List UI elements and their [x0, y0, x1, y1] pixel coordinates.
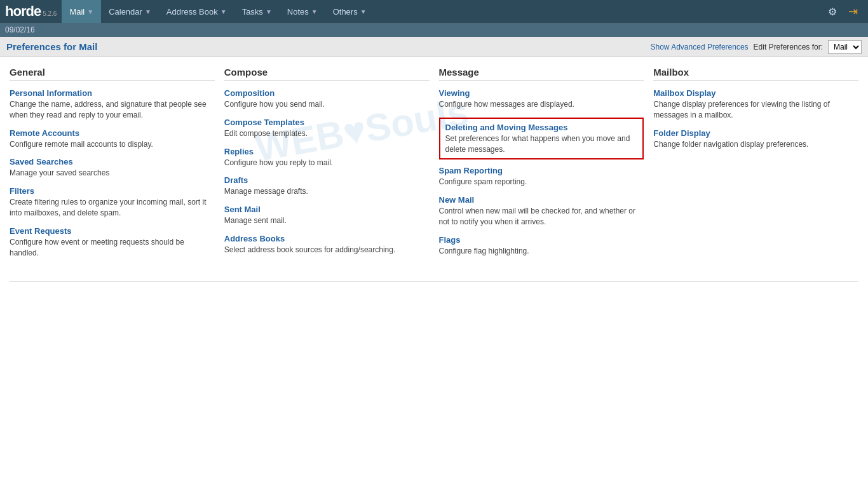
deleting-moving-section: Deleting and Moving Messages Set prefere…: [439, 118, 644, 160]
viewing-desc: Configure how messages are displayed.: [439, 99, 644, 110]
address-books-desc: Select address book sources for adding/s…: [224, 245, 430, 255]
spam-reporting-desc: Configure spam reporting.: [439, 177, 644, 187]
event-requests-desc: Configure how event or meeting requests …: [10, 237, 215, 259]
gear-icon[interactable]: ⚙: [822, 6, 843, 18]
general-header: General: [10, 67, 215, 81]
message-column: Message Viewing Configure how messages a…: [439, 67, 654, 275]
mailbox-column: Mailbox Mailbox Display Change display p…: [653, 67, 858, 275]
remote-accounts-link[interactable]: Remote Accounts: [10, 128, 215, 138]
nav-tasks-arrow: ▼: [266, 8, 272, 15]
columns: General Personal Information Change the …: [10, 67, 858, 275]
compose-column: Compose Composition Configure how you se…: [224, 67, 439, 275]
spam-reporting-link[interactable]: Spam Reporting: [439, 166, 644, 175]
datebar: 09/02/16: [0, 23, 868, 37]
sent-mail-desc: Manage sent mail.: [224, 215, 430, 226]
nav-calendar-arrow: ▼: [145, 8, 151, 15]
flags-link[interactable]: Flags: [439, 235, 644, 245]
personal-information-desc: Change the name, address, and signature …: [10, 99, 215, 121]
nav-notes-arrow: ▼: [311, 8, 318, 15]
logout-icon[interactable]: ⇥: [843, 4, 863, 18]
content-divider: [10, 281, 858, 282]
nav-tasks[interactable]: Tasks ▼: [234, 0, 280, 23]
edit-prefs-label: Edit Preferences for:: [754, 43, 823, 51]
compose-templates-desc: Edit compose templates.: [224, 128, 430, 139]
filters-desc: Create filtering rules to organize your …: [10, 197, 215, 219]
general-column: General Personal Information Change the …: [10, 67, 224, 275]
nav-notes[interactable]: Notes ▼: [280, 0, 325, 23]
nav-mail[interactable]: Mail ▼: [62, 0, 101, 23]
show-advanced-link[interactable]: Show Advanced Preferences: [651, 43, 749, 51]
nav-mail-arrow: ▼: [87, 8, 93, 15]
navbar: horde 5.2.6 Mail ▼ Calendar ▼ Address Bo…: [0, 0, 868, 23]
composition-link[interactable]: Composition: [224, 88, 430, 98]
sent-mail-link[interactable]: Sent Mail: [224, 205, 430, 214]
compose-templates-link[interactable]: Compose Templates: [224, 118, 430, 127]
deleting-moving-link[interactable]: Deleting and Moving Messages: [445, 123, 638, 132]
edit-prefs-select[interactable]: Mail: [828, 40, 862, 54]
mailbox-display-desc: Change display preferences for viewing t…: [653, 99, 858, 121]
main-content: WEB♥Souls General Personal Information C…: [0, 57, 868, 298]
new-mail-link[interactable]: New Mail: [439, 195, 644, 205]
replies-desc: Configure how you reply to mail.: [224, 158, 430, 168]
nav-others[interactable]: Others ▼: [325, 0, 374, 23]
pref-controls: Show Advanced Preferences Edit Preferenc…: [651, 40, 862, 54]
drafts-link[interactable]: Drafts: [224, 175, 430, 185]
new-mail-desc: Control when new mail will be checked fo…: [439, 206, 644, 227]
flags-desc: Configure flag highlighting.: [439, 246, 644, 257]
event-requests-link[interactable]: Event Requests: [10, 226, 215, 236]
personal-information-link[interactable]: Personal Information: [10, 88, 215, 98]
drafts-desc: Manage message drafts.: [224, 186, 430, 197]
nav-addressbook-arrow: ▼: [220, 8, 227, 15]
viewing-link[interactable]: Viewing: [439, 88, 644, 98]
logo-version: 5.2.6: [43, 10, 57, 17]
nav-calendar[interactable]: Calendar ▼: [101, 0, 159, 23]
message-header: Message: [439, 67, 644, 81]
replies-link[interactable]: Replies: [224, 147, 430, 156]
filters-link[interactable]: Filters: [10, 186, 215, 196]
folder-display-link[interactable]: Folder Display: [653, 128, 858, 138]
saved-searches-desc: Manage your saved searches: [10, 168, 215, 179]
compose-header: Compose: [224, 67, 430, 81]
nav-others-arrow: ▼: [360, 8, 367, 15]
composition-desc: Configure how you send mail.: [224, 99, 430, 110]
remote-accounts-desc: Configure remote mail accounts to displa…: [10, 139, 215, 150]
logo-text[interactable]: horde: [5, 3, 41, 20]
folder-display-desc: Change folder navigation display prefere…: [653, 139, 858, 150]
address-books-link[interactable]: Address Books: [224, 234, 430, 243]
pref-title: Preferences for Mail: [6, 41, 651, 52]
current-date: 09/02/16: [5, 25, 35, 34]
logo: horde 5.2.6: [5, 3, 57, 20]
mailbox-display-link[interactable]: Mailbox Display: [653, 88, 858, 98]
pref-header: Preferences for Mail Show Advanced Prefe…: [0, 37, 868, 57]
deleting-moving-desc: Set preferences for what happens when yo…: [445, 133, 638, 155]
saved-searches-link[interactable]: Saved Searches: [10, 157, 215, 166]
nav-addressbook[interactable]: Address Book ▼: [159, 0, 234, 23]
mailbox-header: Mailbox: [653, 67, 858, 81]
